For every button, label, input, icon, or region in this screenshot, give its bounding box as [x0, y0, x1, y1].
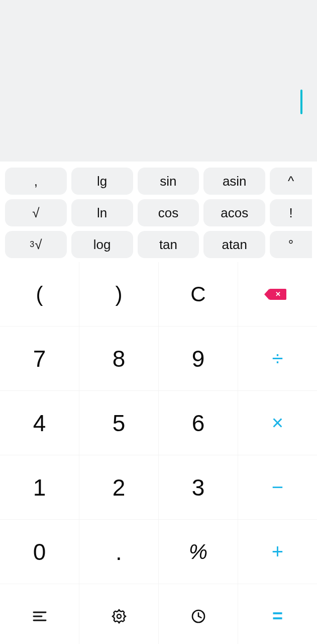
sin-button[interactable]: sin — [138, 168, 199, 195]
asin-button[interactable]: asin — [203, 168, 265, 195]
divide-button[interactable]: ÷ — [238, 327, 317, 391]
keypad: ( ) C ✕ 7 8 9 ÷ 4 5 6 × 1 2 3 − 0 . % + — [0, 262, 317, 644]
right-paren-button[interactable]: ) — [79, 262, 159, 327]
equals-button[interactable]: = — [238, 584, 317, 644]
minus-button[interactable]: − — [238, 455, 317, 520]
cos-button[interactable]: cos — [138, 199, 199, 226]
digit-2-button[interactable]: 2 — [79, 455, 159, 520]
digit-8-button[interactable]: 8 — [79, 327, 159, 391]
digit-0-button[interactable]: 0 — [0, 520, 79, 584]
sqrt-button[interactable]: √ — [5, 199, 67, 226]
digit-6-button[interactable]: 6 — [159, 391, 238, 455]
acos-button[interactable]: acos — [203, 199, 265, 226]
digit-1-button[interactable]: 1 — [0, 455, 79, 520]
cbrt-button[interactable]: 3√ — [5, 231, 67, 258]
cursor-icon — [300, 90, 302, 114]
digit-4-button[interactable]: 4 — [0, 391, 79, 455]
digit-3-button[interactable]: 3 — [159, 455, 238, 520]
history-button[interactable] — [159, 584, 238, 644]
digit-7-button[interactable]: 7 — [0, 327, 79, 391]
cbrt-sup: 3 — [30, 240, 34, 249]
backspace-button[interactable]: ✕ — [238, 262, 317, 327]
backspace-icon: ✕ — [269, 289, 286, 300]
digit-9-button[interactable]: 9 — [159, 327, 238, 391]
atan-button[interactable]: atan — [203, 231, 265, 258]
factorial-button[interactable]: ! — [270, 199, 312, 226]
digit-5-button[interactable]: 5 — [79, 391, 159, 455]
clock-icon — [190, 608, 206, 624]
plus-button[interactable]: + — [238, 520, 317, 584]
lg-button[interactable]: lg — [71, 168, 133, 195]
power-button[interactable]: ^ — [270, 168, 312, 195]
gear-icon — [111, 608, 127, 624]
ln-button[interactable]: ln — [71, 199, 133, 226]
menu-icon — [32, 608, 48, 624]
settings-button[interactable] — [79, 584, 159, 644]
cbrt-sym: √ — [35, 237, 42, 253]
log-button[interactable]: log — [71, 231, 133, 258]
tan-button[interactable]: tan — [138, 231, 199, 258]
clear-button[interactable]: C — [159, 262, 238, 327]
comma-button[interactable]: , — [5, 168, 67, 195]
display-area[interactable] — [0, 0, 317, 162]
menu-button[interactable] — [0, 584, 79, 644]
multiply-button[interactable]: × — [238, 391, 317, 455]
decimal-button[interactable]: . — [79, 520, 159, 584]
svg-point-3 — [117, 614, 121, 618]
scientific-panel: , lg sin asin ^ √ ln cos acos ! 3√ log t… — [0, 162, 317, 262]
left-paren-button[interactable]: ( — [0, 262, 79, 327]
degree-button[interactable]: ° — [270, 231, 312, 258]
percent-button[interactable]: % — [159, 520, 238, 584]
